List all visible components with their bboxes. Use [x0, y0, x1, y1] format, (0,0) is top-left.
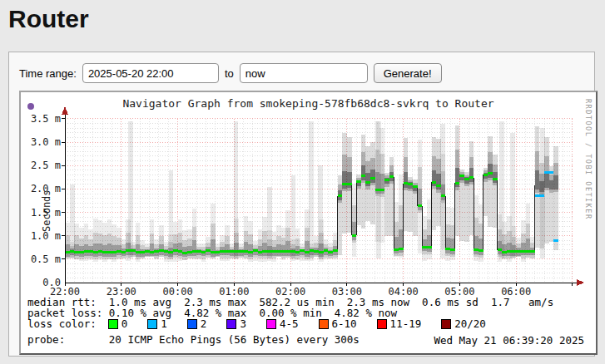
plot-area [54, 104, 593, 290]
loss-legend-label: 20/20 [454, 318, 486, 329]
loss-color-swatch [187, 319, 197, 329]
loss-legend-label: 0 [121, 318, 128, 329]
time-range-label: Time range: [19, 67, 77, 80]
loss-legend-item: 0 [108, 318, 128, 329]
loss-legend-item: 4-5 [266, 318, 299, 329]
loss-legend-item: 6-10 [319, 318, 357, 329]
loss-legend-label: 1 [161, 318, 167, 329]
loss-legend-item: 20/20 [441, 318, 486, 329]
content-panel: Time range: to Generate! Navigator Graph… [8, 52, 595, 357]
page-title: Router [8, 5, 89, 33]
time-range-form: Time range: to Generate! [19, 63, 442, 83]
loss-color-swatch [226, 319, 236, 329]
loss-color-swatch [319, 319, 329, 329]
loss-legend-item: 2 [187, 318, 207, 329]
smokeping-graph[interactable]: Navigator Graph from smokeping-578fb68dc… [19, 91, 598, 355]
loss-legend-label: 11-19 [390, 318, 422, 329]
probe-row: probe: 20 ICMP Echo Pings (56 Bytes) eve… [27, 334, 360, 345]
loss-color-swatch [147, 319, 157, 329]
loss-color-row: loss color: 01234-56-1011-1920/20 [27, 318, 486, 329]
loss-legend-label: 4-5 [280, 318, 299, 329]
loss-color-swatch [377, 319, 387, 329]
loss-legend-item: 3 [226, 318, 246, 329]
loss-legend-item: 11-19 [377, 318, 422, 329]
generate-button[interactable]: Generate! [374, 63, 442, 83]
loss-color-swatch [266, 319, 276, 329]
time-range-start-input[interactable] [82, 63, 219, 83]
loss-color-swatch [108, 319, 118, 329]
loss-legend-label: 3 [240, 318, 246, 329]
loss-legend-item: 1 [147, 318, 167, 329]
time-range-end-input[interactable] [240, 63, 368, 83]
graph-timestamp: Wed May 21 06:39:20 2025 [434, 334, 584, 347]
to-label: to [225, 67, 234, 80]
loss-legend-label: 2 [201, 318, 207, 329]
loss-legend-label: 6-10 [332, 318, 357, 329]
loss-color-swatch [441, 319, 451, 329]
loss-color-legend: 01234-56-1011-1920/20 [108, 318, 486, 329]
loss-color-label: loss color: [27, 318, 97, 329]
y-axis-label: Seconds [41, 189, 52, 232]
